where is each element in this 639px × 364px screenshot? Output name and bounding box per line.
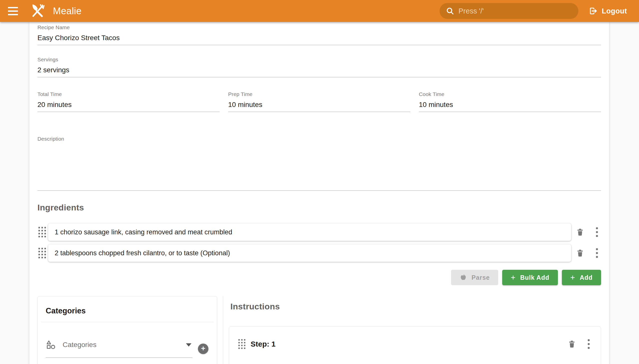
bulk-add-label: Bulk Add: [520, 274, 549, 281]
description-input[interactable]: [38, 142, 601, 191]
description-field: Description: [38, 136, 601, 192]
categories-card-body: Categories +: [46, 340, 209, 358]
app-bar: Mealie Logout: [0, 0, 639, 22]
ingredient-row: [38, 224, 601, 241]
instruction-step-card: Step: 1 Combine crumbled ch: [229, 326, 601, 364]
prep-time-field: Prep Time: [228, 91, 410, 112]
logout-button[interactable]: Logout: [589, 6, 627, 16]
cook-time-input[interactable]: [419, 97, 601, 112]
instructions-column: Instructions Step: 1: [229, 296, 601, 364]
ingredient-card: [48, 244, 571, 262]
total-time-input[interactable]: [38, 97, 220, 112]
bulk-add-button[interactable]: + Bulk Add: [502, 270, 558, 285]
mealie-logo-icon: [31, 4, 45, 18]
apple-icon: [460, 274, 467, 281]
instructions-heading: Instructions: [230, 302, 601, 312]
servings-label: Servings: [38, 56, 601, 62]
recipe-name-label: Recipe Name: [38, 24, 601, 30]
ingredient-card: [48, 224, 571, 241]
search-bar[interactable]: [440, 3, 578, 19]
recipe-editor-card: Recipe Name Servings Total Time Prep Tim…: [30, 22, 609, 364]
parse-button[interactable]: Parse: [451, 270, 498, 285]
delete-ingredient-button[interactable]: [575, 226, 585, 238]
step-menu-kebab-icon[interactable]: [584, 338, 593, 350]
plus-icon: +: [511, 274, 516, 282]
ingredient-input[interactable]: [48, 249, 571, 257]
cook-time-label: Cook Time: [419, 91, 601, 97]
search-icon: [446, 6, 455, 16]
ingredient-row: [38, 244, 601, 262]
logout-label: Logout: [602, 7, 627, 15]
delete-step-button[interactable]: [567, 338, 577, 350]
total-time-field: Total Time: [38, 91, 220, 112]
categories-card: Categories Categories: [38, 296, 217, 364]
left-column: Categories Categories: [38, 296, 217, 364]
servings-input[interactable]: [38, 62, 601, 77]
step-header: Step: 1: [237, 338, 593, 350]
divider: [41, 322, 214, 322]
ingredients-heading: Ingredients: [38, 203, 601, 212]
prep-time-label: Prep Time: [228, 91, 410, 97]
total-time-label: Total Time: [38, 91, 220, 97]
shapes-icon: [46, 340, 56, 350]
plus-icon: +: [570, 274, 575, 282]
plus-icon: +: [201, 344, 205, 352]
app-title: Mealie: [53, 6, 82, 16]
lower-columns: Categories Categories: [38, 296, 601, 364]
ingredient-input[interactable]: [48, 228, 571, 236]
ingredient-menu-kebab-icon[interactable]: [593, 246, 601, 260]
ingredient-menu-kebab-icon[interactable]: [593, 226, 601, 238]
step-title: Step: 1: [251, 340, 563, 348]
search-input[interactable]: [459, 7, 572, 15]
categories-select-placeholder: Categories: [63, 341, 179, 349]
times-row: Total Time Prep Time Cook Time: [38, 91, 601, 112]
cook-time-field: Cook Time: [419, 91, 601, 112]
servings-field: Servings: [38, 56, 601, 77]
parse-label: Parse: [472, 274, 490, 281]
categories-card-title: Categories: [38, 296, 217, 322]
recipe-name-input[interactable]: [38, 30, 601, 45]
delete-ingredient-button[interactable]: [575, 246, 585, 260]
ingredient-actions: Parse + Bulk Add + Add: [38, 270, 601, 285]
drag-handle-icon[interactable]: [38, 226, 47, 238]
chevron-down-icon: [186, 343, 191, 346]
drag-handle-icon[interactable]: [237, 338, 247, 350]
add-label: Add: [580, 274, 593, 281]
drag-handle-icon[interactable]: [38, 246, 47, 260]
recipe-name-field: Recipe Name: [38, 24, 601, 45]
description-label: Description: [38, 136, 601, 142]
categories-select[interactable]: Categories: [46, 340, 192, 358]
hamburger-menu-icon[interactable]: [8, 4, 21, 18]
ingredient-list: [38, 224, 601, 262]
add-ingredient-button[interactable]: + Add: [562, 270, 601, 285]
logout-icon: [589, 6, 598, 16]
prep-time-input[interactable]: [228, 97, 410, 112]
add-category-button[interactable]: +: [198, 344, 208, 354]
vertical-divider: [223, 296, 223, 364]
